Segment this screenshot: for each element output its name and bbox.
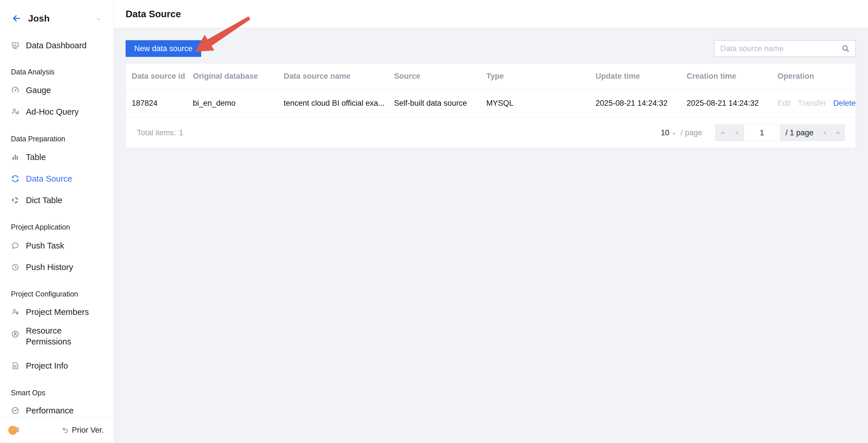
last-page-button[interactable] [832,124,845,141]
per-page-label: / page [681,128,702,137]
prior-version-label: Prior Ver. [72,426,104,435]
sidebar-item-label: Gauge [26,85,51,96]
page-size-select[interactable]: 10 / page [661,128,702,137]
sidebar-item-dict-table[interactable]: Dict Table [0,190,114,211]
cell-data-source-name: tencent cloud BI official exa... [278,99,388,108]
column-header: Data source id [126,72,187,81]
sidebar-footer: Prior Ver. [0,417,114,443]
undo-icon [61,426,69,434]
column-header: Update time [590,72,681,81]
edit-link[interactable]: Edit [777,99,791,108]
project-members-icon [11,308,20,316]
column-header: Operation [772,72,856,81]
sidebar-item-label: Data Source [26,173,72,184]
sidebar-item-label: Project Info [26,360,68,371]
total-items-label: Total items: [137,128,176,137]
sidebar-item-resource-permissions[interactable]: Resource Permissions [0,325,114,356]
sidebar-section-data-preparation: Data Preparation [0,132,114,145]
section-label: Project Configuration [11,290,78,298]
main-area: Data Source New data source Data source … [114,0,868,443]
search-icon[interactable] [841,44,850,53]
performance-icon [11,406,20,415]
resource-permissions-icon [11,330,20,339]
push-task-icon [11,241,20,250]
new-data-source-button[interactable]: New data source [126,40,201,57]
pagination: 10 / page / 1 pag [661,124,845,141]
sidebar-item-label: Ad-Hoc Query [26,106,79,117]
sidebar-section-project-configuration: Project Configuration [0,288,114,300]
cell-creation-time: 2025-08-21 14:24:32 [681,99,772,108]
row-actions: Edit Transfer Delete [772,99,856,108]
dict-table-icon [11,196,20,204]
sidebar-item-label: Project Members [26,307,89,317]
workspace-name: Josh [28,13,50,24]
table-icon [11,153,20,161]
column-header: Data source name [278,72,388,81]
table-row: 187824 bi_en_demo tencent cloud BI offic… [126,89,856,118]
total-items: Total items:1 [137,128,183,137]
sidebar-item-table[interactable]: Table [0,147,114,168]
chevron-down-icon[interactable] [95,15,102,24]
first-page-button[interactable] [715,124,730,141]
table-header-row: Data source id Original database Data so… [126,63,856,89]
page-controls: / 1 page [715,124,845,141]
column-header: Original database [187,72,278,81]
gauge-icon [11,86,20,95]
section-label: Project Application [11,223,70,231]
sidebar-section-data-analysis: Data Analysis [0,65,114,78]
delete-link[interactable]: Delete [833,99,856,108]
table-footer: Total items:1 10 / page [126,118,856,148]
cell-type: MYSQL [480,99,590,108]
section-label: Smart Ops [11,389,45,397]
workspace-header[interactable]: Josh [0,8,114,29]
page-number-input[interactable] [744,124,780,141]
sidebar-item-data-dashboard[interactable]: Data Dashboard [0,35,114,56]
search-input[interactable] [715,44,841,53]
sidebar-item-project-members[interactable]: Project Members [0,302,114,323]
sidebar: Josh Data Dashboard Data Analysis Gauge … [0,0,114,443]
sidebar-item-label: Data Dashboard [26,40,87,51]
sidebar-section-project-application: Project Application [0,221,114,233]
section-label: Data Analysis [11,68,54,76]
search-box[interactable] [714,40,856,57]
push-history-icon [11,263,20,272]
transfer-link[interactable]: Transfer [798,99,827,108]
sidebar-item-gauge[interactable]: Gauge [0,80,114,101]
sidebar-section-smart-ops: Smart Ops [0,386,114,399]
cell-data-source-id: 187824 [126,99,187,108]
page-title: Data Source [126,9,181,20]
next-page-button[interactable] [818,124,832,141]
page-count: / 1 page [780,124,819,141]
column-header: Creation time [681,72,772,81]
previous-page-button[interactable] [730,124,744,141]
section-label: Data Preparation [11,135,65,143]
sidebar-item-label: Push History [26,262,73,273]
adhoc-query-icon [11,107,20,116]
column-header: Source [388,72,480,81]
prior-version-button[interactable]: Prior Ver. [61,417,104,443]
avatar-badge[interactable] [8,426,17,435]
page-size-value: 10 [661,128,670,137]
cell-source: Self-built data source [388,99,480,108]
data-source-table-card: Data source id Original database Data so… [126,63,856,148]
sidebar-item-project-info[interactable]: Project Info [0,355,114,376]
project-info-icon [11,361,20,370]
cell-original-database: bi_en_demo [187,99,278,108]
sidebar-item-data-source[interactable]: Data Source [0,168,114,189]
back-arrow-icon[interactable] [11,13,21,23]
sidebar-item-label: Dict Table [26,195,62,206]
data-source-icon [11,175,20,183]
dashboard-icon [11,41,20,50]
sidebar-item-push-history[interactable]: Push History [0,257,114,278]
sidebar-item-label: Resource Permissions [26,325,83,347]
sidebar-item-label: Performance [26,405,73,416]
page-header: Data Source [114,0,868,28]
sidebar-item-adhoc-query[interactable]: Ad-Hoc Query [0,101,114,122]
sidebar-item-label: Push Task [26,240,64,251]
caret-down-icon [672,132,676,135]
sidebar-item-label: Table [26,152,46,163]
cell-update-time: 2025-08-21 14:24:32 [590,99,681,108]
content-area: New data source Data source id Original … [114,28,868,443]
total-items-count: 1 [179,128,183,137]
sidebar-item-push-task[interactable]: Push Task [0,235,114,256]
